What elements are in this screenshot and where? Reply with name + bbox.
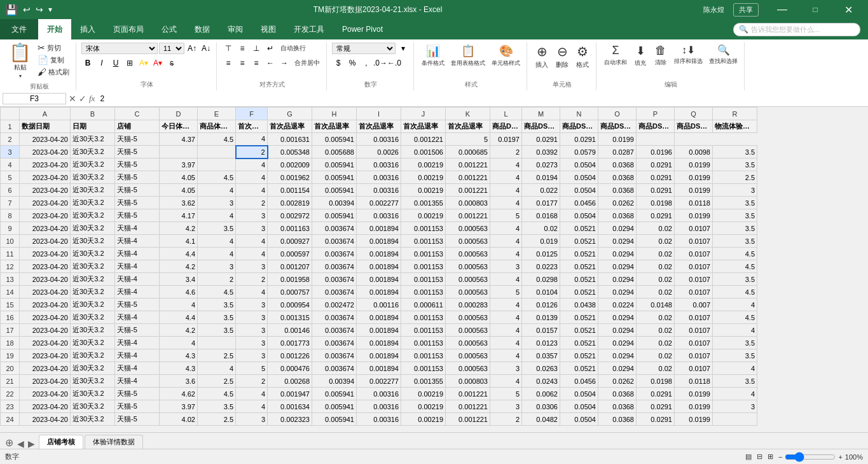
redo-icon[interactable]: ↪ <box>36 4 43 15</box>
cell-r7c8[interactable]: 0.00394 <box>312 197 357 209</box>
cell-r17c13[interactable]: 0.0157 <box>522 324 560 337</box>
cell-r9c8[interactable]: 0.003674 <box>312 222 357 235</box>
tab-view[interactable]: 视图 <box>252 19 285 39</box>
cell-r10c17[interactable]: 0.0107 <box>675 235 713 248</box>
cell-r2c15[interactable]: 0.0199 <box>598 133 637 146</box>
cell-r11c6[interactable]: 4 <box>236 248 268 260</box>
row-header-18[interactable]: 18 <box>1 337 20 349</box>
cell-r19c11[interactable]: 0.000563 <box>446 349 490 362</box>
cell-r7c7[interactable]: 0.002819 <box>268 197 312 209</box>
cell-r23c7[interactable]: 0.001634 <box>268 400 312 413</box>
zoom-slider[interactable] <box>785 452 836 462</box>
cell-r4c6[interactable]: 4 <box>236 158 268 171</box>
minimize-button[interactable]: — <box>768 0 797 19</box>
cell-r18c1[interactable]: 2023-04-20 <box>20 337 71 349</box>
sort-filter-button[interactable]: ↕⬇ 排序和筛选 <box>672 42 705 67</box>
cell-r23c3[interactable]: 天猫-5 <box>115 400 160 413</box>
cell-r2c1[interactable]: 2023-04-20 <box>20 133 71 146</box>
cell-r10c12[interactable]: 4 <box>490 235 522 248</box>
row-header-6[interactable]: 6 <box>1 184 20 197</box>
cell-r5c18[interactable]: 2.5 <box>713 171 757 184</box>
cell-r24c5[interactable]: 2.5 <box>198 413 236 426</box>
cell-r13c3[interactable]: 天猫-4 <box>115 273 160 286</box>
cell-r13c11[interactable]: 0.000563 <box>446 273 490 286</box>
cell-r8c16[interactable]: 0.0291 <box>637 209 675 222</box>
cell-r8c10[interactable]: 0.00219 <box>401 209 446 222</box>
cell-r14c1[interactable]: 2023-04-20 <box>20 286 71 299</box>
cell-r19c15[interactable]: 0.0294 <box>598 349 637 362</box>
cell-r5c17[interactable]: 0.0199 <box>675 171 713 184</box>
cell-r18c13[interactable]: 0.0123 <box>522 337 560 349</box>
cell-r8c14[interactable]: 0.0504 <box>560 209 598 222</box>
cell-r15c9[interactable]: 0.00116 <box>357 299 401 311</box>
row-header-15[interactable]: 15 <box>1 299 20 311</box>
cell-r6c5[interactable]: 4 <box>198 184 236 197</box>
delete-button[interactable]: ⊖ 删除 <box>553 42 572 71</box>
col-header-R[interactable]: R <box>713 108 757 120</box>
cell-r13c17[interactable]: 0.0107 <box>675 273 713 286</box>
close-button[interactable]: ✕ <box>834 0 863 19</box>
cell-r12c11[interactable]: 0.000563 <box>446 260 490 273</box>
cell-r6c7[interactable]: 0.001154 <box>268 184 312 197</box>
cell-r2c9[interactable]: 0.00316 <box>357 133 401 146</box>
cell-r4c17[interactable]: 0.0199 <box>675 158 713 171</box>
cell-r5c1[interactable]: 2023-04-20 <box>20 171 71 184</box>
cell-r2c12[interactable]: 0.0197 <box>490 133 522 146</box>
cell-r15c7[interactable]: 0.000954 <box>268 299 312 311</box>
cell-r5c4[interactable]: 4.05 <box>160 171 198 184</box>
cell-r2c6[interactable]: 4 <box>236 133 268 146</box>
row-header-10[interactable]: 10 <box>1 235 20 248</box>
cell-r11c7[interactable]: 0.000597 <box>268 248 312 260</box>
row-header-20[interactable]: 20 <box>1 362 20 375</box>
cell-r15c16[interactable]: 0.0148 <box>637 299 675 311</box>
cell-r21c1[interactable]: 2023-04-20 <box>20 375 71 388</box>
cell-r4c13[interactable]: 0.0273 <box>522 158 560 171</box>
row-header-5[interactable]: 5 <box>1 171 20 184</box>
cell-r12c9[interactable]: 0.001894 <box>357 260 401 273</box>
cell-r9c16[interactable]: 0.02 <box>637 222 675 235</box>
cell-r8c5[interactable]: 4 <box>198 209 236 222</box>
increase-font-button[interactable]: A↑ <box>186 42 198 55</box>
cell-r21c15[interactable]: 0.0262 <box>598 375 637 388</box>
cell-r5c7[interactable]: 0.001962 <box>268 171 312 184</box>
clear-button[interactable]: 🗑 清除 <box>651 42 670 69</box>
cell-r7c18[interactable]: 3.5 <box>713 197 757 209</box>
cell-r16c5[interactable]: 3.5 <box>198 311 236 324</box>
cell-r11c16[interactable]: 0.02 <box>637 248 675 260</box>
cell-r19c5[interactable]: 2.5 <box>198 349 236 362</box>
cell-r18c6[interactable]: 3 <box>236 337 268 349</box>
cell-r16c10[interactable]: 0.001153 <box>401 311 446 324</box>
cell-r6c16[interactable]: 0.0291 <box>637 184 675 197</box>
cell-r9c18[interactable]: 3.5 <box>713 222 757 235</box>
row-header-3[interactable]: 3 <box>1 146 20 158</box>
cell-r4c3[interactable]: 天猫-5 <box>115 158 160 171</box>
header-cell-0[interactable]: 数据日期 <box>20 120 71 133</box>
underline-button[interactable]: U <box>109 57 122 69</box>
cell-r24c12[interactable]: 2 <box>490 413 522 426</box>
row-header-23[interactable]: 23 <box>1 400 20 413</box>
cell-r12c17[interactable]: 0.0107 <box>675 260 713 273</box>
cell-r11c13[interactable]: 0.0125 <box>522 248 560 260</box>
cell-r19c18[interactable]: 3.5 <box>713 349 757 362</box>
cell-r15c4[interactable]: 4 <box>160 299 198 311</box>
fill-color-button[interactable]: A▾ <box>137 57 150 69</box>
cell-r13c16[interactable]: 0.02 <box>637 273 675 286</box>
cell-r18c18[interactable]: 3.5 <box>713 337 757 349</box>
cell-r10c8[interactable]: 0.003674 <box>312 235 357 248</box>
cell-r2c3[interactable]: 天猫-5 <box>115 133 160 146</box>
cell-r9c14[interactable]: 0.0521 <box>560 222 598 235</box>
cell-r3c5[interactable] <box>198 146 236 158</box>
cell-r6c9[interactable]: 0.00316 <box>357 184 401 197</box>
cell-r24c16[interactable]: 0.0291 <box>637 413 675 426</box>
cell-r21c2[interactable]: 近30天3.2 <box>71 375 115 388</box>
tab-data[interactable]: 数据 <box>186 19 219 39</box>
cell-r14c6[interactable]: 4 <box>236 286 268 299</box>
cell-r21c5[interactable]: 2.5 <box>198 375 236 388</box>
cell-r17c5[interactable]: 3.5 <box>198 324 236 337</box>
row-header-24[interactable]: 24 <box>1 413 20 426</box>
cell-r7c12[interactable]: 4 <box>490 197 522 209</box>
cell-r6c18[interactable]: 3 <box>713 184 757 197</box>
cell-r12c7[interactable]: 0.001207 <box>268 260 312 273</box>
indent-increase-button[interactable]: → <box>278 57 291 69</box>
cell-r14c11[interactable]: 0.000563 <box>446 286 490 299</box>
